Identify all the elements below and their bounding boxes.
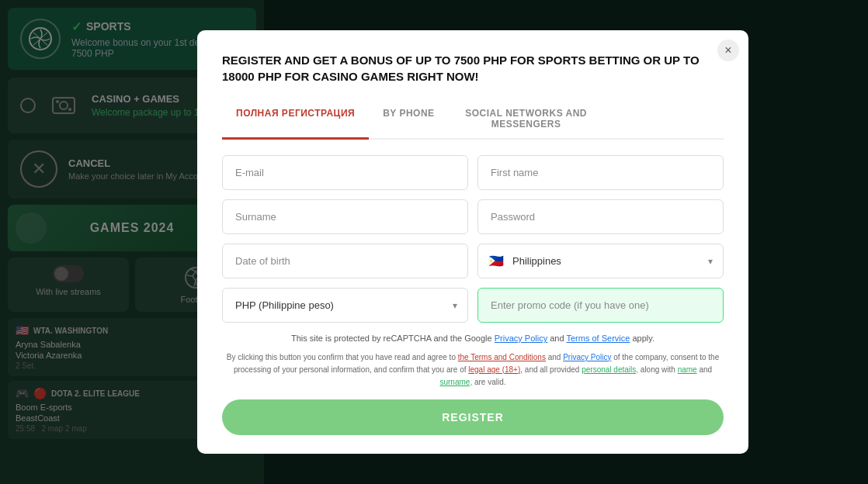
currency-selector[interactable]: PHP (Philippine peso) ▾ [222,288,468,323]
form-row-2 [222,199,724,234]
form-row-3: 🇵🇭 Philippines ▾ [222,244,724,278]
promo-code-field[interactable] [477,288,724,323]
dob-field[interactable] [222,244,468,278]
currency-select[interactable]: PHP (Philippine peso) [222,288,468,323]
surname-link[interactable]: surname, [439,378,472,386]
registration-modal: × REGISTER AND GET A BONUS OF UP TO 7500… [197,30,748,454]
register-button[interactable]: REGISTER [222,399,724,435]
recaptcha-text: This site is protected by reCAPTCHA and … [222,332,724,345]
name-link[interactable]: name [678,365,697,374]
tab-bar: ПОЛНАЯ РЕГИСТРАЦИЯ BY PHONE SOCIAL NETWO… [222,100,724,140]
password-field[interactable] [477,199,724,234]
email-field[interactable] [222,155,468,190]
disclaimer-text: By clicking this button you confirm that… [222,351,724,389]
country-selector[interactable]: 🇵🇭 Philippines ▾ [477,244,724,278]
form-row-4: PHP (Philippine peso) ▾ [222,288,724,323]
privacy-policy-link[interactable]: Privacy Policy [495,334,547,343]
country-select[interactable]: Philippines [477,244,724,278]
tab-full-registration[interactable]: ПОЛНАЯ РЕГИСТРАЦИЯ [222,100,369,140]
modal-overlay: × REGISTER AND GET A BONUS OF UP TO 7500… [0,0,868,484]
legal-age-link[interactable]: legal age (18+), [468,365,523,374]
modal-title: REGISTER AND GET A BONUS OF UP TO 7500 P… [222,52,724,85]
close-button[interactable]: × [717,40,739,61]
tab-social-networks[interactable]: SOCIAL NETWORKS AND MESSENGERS [449,100,604,140]
firstname-field[interactable] [477,155,724,190]
terms-of-service-link[interactable]: Terms of Service [566,334,630,343]
terms-conditions-link[interactable]: the Terms and Conditions [458,353,546,361]
privacy-link-2[interactable]: Privacy Policy [563,353,611,361]
surname-field[interactable] [222,199,468,234]
form-row-1 [222,155,724,190]
personal-details-link[interactable]: personal details, [582,365,638,374]
tab-by-phone[interactable]: BY PHONE [369,100,448,140]
